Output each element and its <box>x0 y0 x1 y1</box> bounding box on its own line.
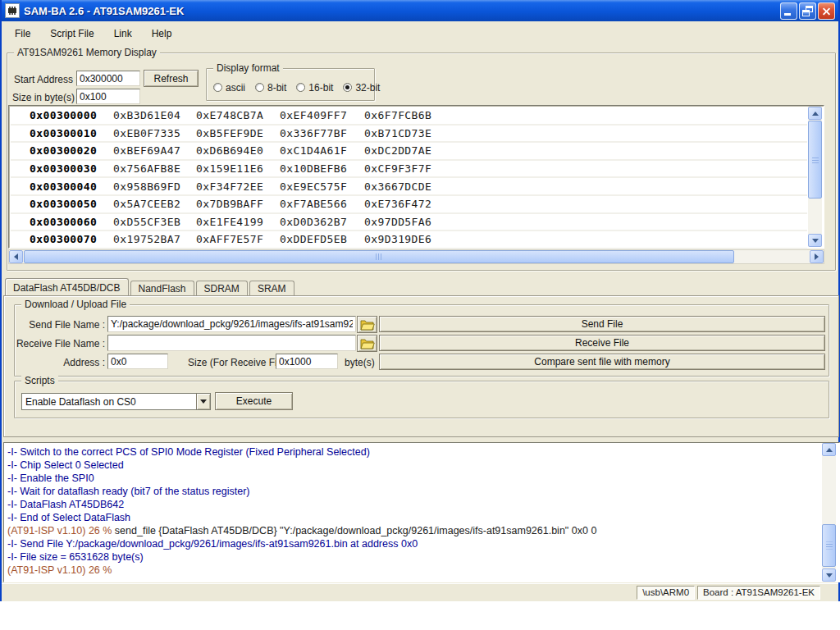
memory-value: 0x10DBEFB6 <box>280 162 364 175</box>
send-file-button[interactable]: Send File <box>379 316 825 332</box>
radio-16-bit[interactable]: 16-bit <box>296 82 333 94</box>
memory-horizontal-scrollbar[interactable] <box>8 249 824 264</box>
radio-32-bit[interactable]: 32-bit <box>343 82 380 94</box>
menu-item-script-file[interactable]: Script File <box>43 26 100 41</box>
receive-file-button[interactable]: Receive File <box>379 335 825 351</box>
memory-row: 0x003000100xEB0F73350xB5FEF9DE0x336F77BF… <box>11 126 807 144</box>
memory-row: 0x003000500x5A7CEEB20x7DB9BAFF0xF7ABE566… <box>11 196 807 214</box>
receive-size-input[interactable] <box>276 354 338 369</box>
board-status: Board : AT91SAM9261-EK <box>697 586 820 600</box>
tab-nandflash[interactable]: NandFlash <box>130 281 194 295</box>
memory-value: 0x336F77BF <box>280 127 364 139</box>
log-text-info: -I- Chip Select 0 Selected <box>7 459 124 471</box>
scroll-up-icon[interactable] <box>808 107 822 120</box>
menu-item-file[interactable]: File <box>8 26 37 41</box>
memory-value: 0xEF409FF7 <box>280 109 364 121</box>
memory-value: 0x6F7FCB6B <box>364 109 431 121</box>
memory-row: 0x003000000xB3D61E040xE748CB7A0xEF409FF7… <box>11 107 807 126</box>
display-format-group: Display format ascii8-bit16-bit32-bit <box>206 68 375 101</box>
log-line: -I- Wait for dataflash ready (bit7 of th… <box>7 485 821 498</box>
receive-file-name-input[interactable] <box>107 335 356 351</box>
memory-value: 0xD6B694E0 <box>196 144 280 157</box>
tab-dataflash-at45db-dcb[interactable]: DataFlash AT45DB/DCB <box>5 278 129 295</box>
menu-item-help[interactable]: Help <box>145 26 179 41</box>
radio-ascii[interactable]: ascii <box>213 82 245 94</box>
size-in-bytes-label: Size in byte(s) : <box>12 92 80 103</box>
radio-button-icon[interactable] <box>255 83 264 92</box>
restore-button[interactable] <box>799 2 816 20</box>
memory-value: 0xB3D61E04 <box>113 109 196 121</box>
memory-value: 0xB71CD73E <box>364 127 431 139</box>
memory-address: 0x00300040 <box>11 180 113 193</box>
tab-panel: Download / Upload File Send File Name : … <box>3 295 839 437</box>
close-button[interactable] <box>818 2 835 20</box>
size-unit-label: byte(s) <box>345 357 375 368</box>
script-select[interactable]: Enable Dataflash on CS0 <box>21 393 211 410</box>
radio-button-icon[interactable] <box>343 83 352 92</box>
send-file-name-input[interactable] <box>107 316 356 332</box>
memory-vertical-scrollbar[interactable] <box>808 107 822 247</box>
memory-rows: 0x003000000xB3D61E040xE748CB7A0xEF409FF7… <box>11 107 807 249</box>
memory-scroll-thumb[interactable] <box>808 121 822 199</box>
scroll-down-icon[interactable] <box>808 234 822 247</box>
memory-hscroll-thumb[interactable] <box>24 250 734 263</box>
scroll-left-icon[interactable] <box>9 250 23 263</box>
tab-sdram[interactable]: SDRAM <box>196 281 248 295</box>
size-in-bytes-input[interactable] <box>76 89 140 104</box>
log-scroll-thumb[interactable] <box>822 524 836 567</box>
send-file-browse-button[interactable] <box>357 316 377 333</box>
chevron-down-icon[interactable] <box>196 394 210 409</box>
log-text-info: -I- Send File Y:/package/download_pckg/9… <box>7 538 418 550</box>
memory-display-group-label: AT91SAM9261 Memory Display <box>14 47 160 58</box>
log-text-info: -I- Switch to the correct PCS of SPI0 Mo… <box>7 446 370 458</box>
memory-address: 0x00300000 <box>11 109 113 121</box>
scroll-right-icon[interactable] <box>810 250 824 263</box>
status-bar: \usb\ARM0 Board : AT91SAM9261-EK <box>2 583 838 601</box>
memory-value: 0xB5FEF9DE <box>196 127 280 139</box>
memory-value: 0xBEF69A47 <box>113 144 196 157</box>
memory-row: 0x003000600xD55CF3EB0xE1FE41990xD0D362B7… <box>11 214 807 232</box>
memory-address: 0x00300020 <box>11 144 113 157</box>
memory-value: 0x159E11E6 <box>196 162 280 175</box>
receive-file-browse-button[interactable] <box>357 335 377 352</box>
memory-value: 0x9D319DE6 <box>364 233 431 245</box>
memory-value: 0xDDEFD5EB <box>280 233 364 245</box>
radio-8-bit[interactable]: 8-bit <box>255 82 286 94</box>
scripts-group: Scripts Enable Dataflash on CS0 Execute <box>14 381 829 418</box>
connection-status: \usb\ARM0 <box>637 586 695 600</box>
log-text-command: send_file {DataFlash AT45DB/DCB} "Y:/pac… <box>115 525 596 536</box>
radio-button-icon[interactable] <box>296 83 305 92</box>
memory-value: 0x19752BA7 <box>113 233 196 245</box>
memory-value: 0x5A7CEEB2 <box>113 198 196 210</box>
memory-value: 0xE1FE4199 <box>196 216 280 228</box>
memory-value: 0x3667DCDE <box>364 180 431 193</box>
radio-button-icon[interactable] <box>213 83 222 92</box>
log-vertical-scrollbar[interactable] <box>822 443 836 582</box>
refresh-button[interactable]: Refresh <box>144 70 199 87</box>
memory-address: 0x00300010 <box>11 127 113 139</box>
start-address-input[interactable] <box>76 71 140 86</box>
compare-button[interactable]: Compare sent file with memory <box>379 354 825 370</box>
memory-value: 0xC1D4A61F <box>280 144 364 157</box>
log-text-prompt: (AT91-ISP v1.10) 26 % <box>7 564 112 576</box>
memory-row: 0x003000300x756AFB8E0x159E11E60x10DBEFB6… <box>11 161 807 179</box>
minimize-button[interactable] <box>780 2 797 20</box>
execute-button[interactable]: Execute <box>215 392 293 410</box>
memory-value: 0xE748CB7A <box>196 109 280 121</box>
memory-value: 0x7DB9BAFF <box>196 198 280 210</box>
address-input[interactable] <box>107 354 168 369</box>
log-line: (AT91-ISP v1.10) 26 % <box>7 564 821 577</box>
log-line: -I- Switch to the correct PCS of SPI0 Mo… <box>7 445 821 459</box>
log-line: -I- End of Select DataFlash <box>7 511 821 524</box>
memory-row: 0x003000400x958B69FD0xF34F72EE0xE9EC575F… <box>11 178 807 196</box>
log-line: -I- Chip Select 0 Selected <box>7 459 821 472</box>
scroll-up-icon[interactable] <box>822 443 836 456</box>
memory-row: 0x003000700x19752BA70xAFF7E57F0xDDEFD5EB… <box>11 231 807 249</box>
menu-item-link[interactable]: Link <box>107 26 139 41</box>
scripts-group-label: Scripts <box>21 375 58 386</box>
scroll-down-icon[interactable] <box>822 568 836 582</box>
tab-strip: DataFlash AT45DB/DCBNandFlashSDRAMSRAM <box>5 279 296 295</box>
tab-sram[interactable]: SRAM <box>249 281 294 295</box>
open-folder-icon <box>360 319 375 331</box>
memory-value: 0xDC2DD7AE <box>364 144 431 157</box>
